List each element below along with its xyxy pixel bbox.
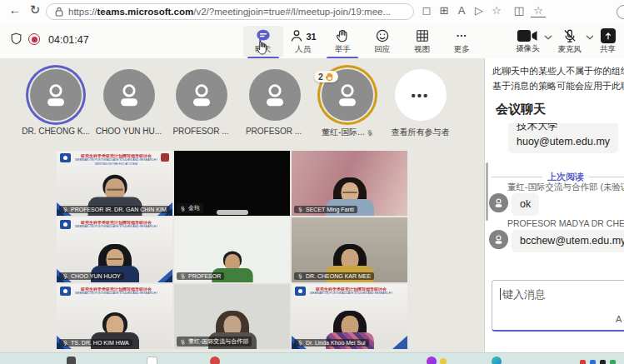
chat-scrollbar[interactable] — [486, 162, 488, 221]
share-button[interactable]: 共享 — [597, 28, 619, 55]
participant-name: 董红-国际... — [322, 127, 373, 138]
taskbar-app-icon[interactable] — [210, 357, 220, 364]
url-path: /v2/?meetingjoin=true#/l/meetup-join/19:… — [193, 7, 391, 17]
utem-logo-icon — [60, 220, 71, 229]
person-icon — [113, 79, 145, 111]
mic-muted-icon — [297, 340, 303, 346]
video-name-label: PROFESOR IR. DR. GAN CHIN KIM — [59, 206, 170, 213]
tray-icon[interactable] — [600, 360, 606, 364]
split-screen-icon[interactable]: ◫ — [512, 4, 527, 17]
participant-avatar[interactable]: CHOO YUN HU... — [103, 69, 155, 138]
video-name-label: TS. DR. HO KIM HWA — [59, 339, 132, 347]
chat-button[interactable]: 聊天 — [243, 26, 283, 57]
mic-muted-icon — [62, 273, 68, 279]
video-name-label: DR. CHEONG KAR MEE — [294, 272, 374, 280]
format-text-icon[interactable]: A — [616, 314, 624, 324]
participant-avatar[interactable]: DR. CHEONG K... — [30, 69, 82, 138]
browser-profile-icon[interactable] — [617, 5, 624, 19]
view-button[interactable]: 视图 — [402, 26, 442, 57]
share-icon — [601, 28, 616, 43]
faculty-logo-icon — [161, 153, 169, 162]
web-capture-icon[interactable]: ◻ — [419, 4, 434, 17]
recording-indicator-icon — [28, 33, 40, 45]
taskbar-app-icon[interactable] — [440, 358, 447, 364]
shield-icon — [10, 32, 22, 45]
video-name-label: Dr. Linda Khoo Mei Sui — [294, 339, 369, 347]
video-tile[interactable]: 研究生科学类研究计划撰写指导研讨会WEBINAR ON POSTGRADUATE… — [57, 151, 172, 216]
mic-muted-icon — [180, 273, 186, 279]
person-icon — [492, 197, 505, 209]
taskbar-app-icon[interactable] — [492, 357, 502, 364]
hand-icon — [325, 72, 334, 82]
raise-hand-button[interactable]: 举手 — [322, 26, 362, 57]
video-tile[interactable]: 研究生科学类研究计划撰写指导研讨会WEBINAR ON POSTGRADUATE… — [292, 284, 407, 349]
participant-name: PROFESOR ... — [176, 127, 227, 136]
people-button[interactable]: 31 人员 — [283, 26, 323, 57]
camera-button[interactable]: 摄像头 — [512, 29, 543, 54]
avatar — [489, 230, 508, 249]
speaking-ring — [30, 69, 82, 121]
camera-icon — [517, 29, 537, 42]
video-tile[interactable]: 金珏 — [174, 151, 290, 216]
message-sender: PROFESOR MADYA DR CHEW BOO — [507, 218, 624, 228]
read-aloud-icon[interactable]: A — [454, 4, 469, 17]
chat-message-input[interactable]: 键入消息 A — [492, 280, 624, 332]
taskbar-app-icon[interactable] — [427, 357, 437, 364]
participant-name: DR. CHEONG K... — [30, 127, 82, 136]
mic-chevron-icon[interactable] — [586, 35, 594, 40]
taskbar-app-icon[interactable] — [147, 357, 157, 364]
url-domain: teams.microsoft.com — [97, 7, 194, 17]
person-icon — [259, 79, 291, 111]
participant-name: CHOO YUN HU... — [103, 127, 155, 136]
apps-grid-icon[interactable]: ⊞ — [437, 4, 452, 17]
person-icon — [40, 79, 72, 111]
participants-strip: DR. CHEONG K... CHOO YUN HU... PROFESOR … — [30, 69, 447, 138]
smiley-icon — [375, 28, 390, 43]
enhance-video-icon[interactable]: ▷ — [472, 4, 487, 17]
meeting-stage: DR. CHEONG K... CHOO YUN HU... PROFESOR … — [0, 58, 484, 352]
tray-icon[interactable] — [610, 360, 616, 364]
taskbar-app-icon[interactable] — [67, 357, 76, 364]
person-icon — [186, 79, 217, 111]
mic-muted-icon — [180, 339, 186, 345]
chat-panel-title: 会议聊天 — [496, 102, 546, 117]
tray-icon[interactable] — [590, 360, 596, 364]
camera-chevron-icon[interactable] — [544, 35, 552, 40]
mic-button[interactable]: 麦克风 — [555, 28, 586, 55]
lock-icon — [55, 7, 63, 17]
video-name-label: SECET Ming Fanti — [294, 206, 357, 213]
browser-refresh-icon[interactable]: ↻ — [27, 2, 43, 17]
mic-muted-icon — [367, 129, 373, 137]
participant-avatar[interactable]: PROFESOR ... — [249, 69, 301, 138]
video-tile[interactable]: 研究生科学类研究计划撰写指导研讨会WEBINAR ON POSTGRADUATE… — [57, 284, 172, 349]
video-tile[interactable]: DR. CHEONG KAR MEE — [292, 217, 407, 282]
video-name-label: PROFESOR — [177, 272, 224, 280]
chat-message: ok — [489, 193, 539, 216]
address-bar[interactable]: https://teams.microsoft.com/v2/?meetingj… — [46, 3, 414, 20]
participant-avatar[interactable]: PROFESOR ... — [176, 69, 227, 138]
collections-icon[interactable]: ☆ — [531, 4, 546, 17]
browser-toolbar: ← ↻ https://teams.microsoft.com/v2/?meet… — [0, 0, 624, 24]
chat-bubble-icon — [256, 28, 271, 43]
mic-muted-icon — [62, 207, 68, 212]
participant-avatar[interactable]: 2 董红-国际... — [322, 69, 373, 138]
utem-logo-icon — [60, 153, 71, 162]
video-name-label: 董红-国际交流与合作部 — [177, 337, 252, 347]
utem-logo-icon — [295, 287, 306, 296]
reactions-button[interactable]: 回应 — [362, 26, 402, 57]
video-tile[interactable]: 董红-国际交流与合作部 — [174, 284, 290, 349]
video-name-label: 金珏 — [177, 203, 203, 213]
meeting-chat-panel: 此聊天中的某些人不属于你的组织。他们基于消息的策略可能会应用于此聊天。 会议聊天… — [484, 58, 624, 352]
video-tile[interactable]: PROFESOR — [174, 217, 290, 282]
windows-taskbar — [0, 352, 624, 364]
person-icon — [492, 233, 505, 246]
video-tile[interactable]: 研究生科学类研究计划撰写指导研讨会WEBINAR ON POSTGRADUATE… — [57, 217, 172, 282]
tray-icon[interactable] — [580, 360, 586, 364]
more-button[interactable]: ··· 更多 — [442, 26, 482, 57]
video-name-label: CHOO YUN HUOY — [59, 272, 124, 280]
view-all-participants-button[interactable]: ••• 查看所有参与者 — [395, 69, 447, 138]
favorite-star-icon[interactable]: ☆ — [489, 4, 504, 17]
video-tile[interactable]: SECET Ming Fanti — [292, 151, 407, 216]
browser-back-icon[interactable]: ← — [7, 2, 23, 17]
meeting-timer: 04:01:47 — [48, 34, 89, 46]
